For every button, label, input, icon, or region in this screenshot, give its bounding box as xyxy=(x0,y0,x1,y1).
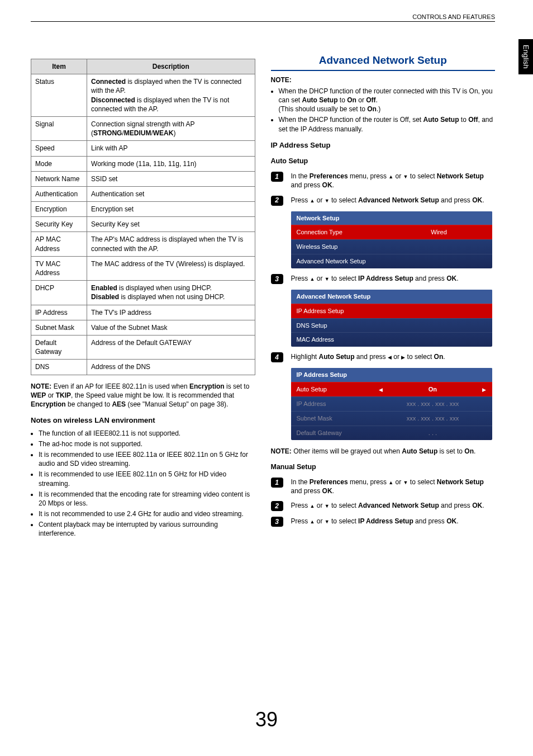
osd-row-disabled: Default Gateway. . . xyxy=(291,426,492,440)
section-title: Advanced Network Setup xyxy=(271,53,496,71)
step-badge-icon: 1 xyxy=(271,172,283,182)
osd-title: IP Address Setup xyxy=(291,368,492,382)
list-item: It is not recommended to use 2.4 GHz for… xyxy=(39,509,255,518)
arrow-down-icon xyxy=(325,196,330,204)
ip-address-setup-heading: IP Address Setup xyxy=(271,140,496,150)
osd-row-selected: Connection TypeWired xyxy=(291,225,492,239)
table-row: IP AddressThe TV's IP address xyxy=(31,305,255,320)
header-breadcrumb: CONTROLS AND FEATURES xyxy=(31,21,495,30)
list-item: It is recommended to use IEEE 802.11a or… xyxy=(39,450,255,468)
page-number: 39 xyxy=(0,706,533,734)
step-badge-icon: 3 xyxy=(271,517,283,527)
auto-setup-heading: Auto Setup xyxy=(271,157,496,166)
table-row: AP MAC AddressThe AP's MAC address is di… xyxy=(31,232,255,256)
table-row: DHCPEnabled is displayed when using DHCP… xyxy=(31,281,255,305)
arrow-up-icon xyxy=(388,172,393,180)
step-badge-icon: 1 xyxy=(271,478,283,488)
note-label: NOTE: xyxy=(271,75,496,84)
language-tab: English xyxy=(518,39,533,74)
table-row: Default GatewayAddress of the Default GA… xyxy=(31,335,255,359)
step-badge-icon: 2 xyxy=(271,196,283,206)
table-row: DNSAddress of the DNS xyxy=(31,360,255,375)
osd-ip-address-setup: IP Address Setup Auto Setup◀On▶ IP Addre… xyxy=(291,368,492,440)
step-badge-icon: 4 xyxy=(271,352,283,362)
table-row: StatusConnected is displayed when the TV… xyxy=(31,74,255,117)
osd-row-disabled: Subnet Maskxxx . xxx . xxx . xxx xyxy=(291,411,492,426)
note-list: When the DHCP function of the router con… xyxy=(271,87,496,134)
col-desc: Description xyxy=(87,59,255,74)
list-item: The function of all IEEE802.11 is not su… xyxy=(39,429,255,438)
step-4: 4 Highlight Auto Setup and press or to s… xyxy=(271,352,496,362)
table-row: Subnet MaskValue of the Subnet Mask xyxy=(31,320,255,335)
list-item: The ad-hoc mode is not supported. xyxy=(39,440,255,448)
osd-row: MAC Address xyxy=(291,332,492,347)
table-row: TV MAC AddressThe MAC address of the TV … xyxy=(31,256,255,280)
step-1: 1 In the Preferences menu, press or to s… xyxy=(271,172,496,190)
list-item: It is recommended that the encoding rate… xyxy=(39,490,255,508)
arrow-right-icon: ▶ xyxy=(482,386,486,393)
osd-title: Network Setup xyxy=(291,211,492,225)
auto-setup-note: NOTE: Other items will be grayed out whe… xyxy=(271,447,496,456)
table-row: SpeedLink with AP xyxy=(31,141,255,156)
osd-row-selected: IP Address Setup xyxy=(291,304,492,318)
arrow-up-icon xyxy=(388,478,393,486)
lan-notes-heading: Notes on wireless LAN environment xyxy=(31,415,255,426)
arrow-left-icon xyxy=(388,353,392,361)
table-row: SignalConnection signal strength with AP… xyxy=(31,116,255,140)
arrow-down-icon xyxy=(325,517,330,525)
arrow-down-icon xyxy=(325,502,330,509)
osd-row: Wireless Setup xyxy=(291,239,492,254)
table-row: Security KeySecurity Key set xyxy=(31,217,255,232)
right-column: Advanced Network Setup NOTE: When the DH… xyxy=(271,48,496,544)
left-column: Item Description StatusConnected is disp… xyxy=(31,48,255,544)
osd-row: Advanced Network Setup xyxy=(291,254,492,268)
step-2: 2 Press or to select Advanced Network Se… xyxy=(271,196,496,206)
step-3: 3 Press or to select IP Address Setup an… xyxy=(271,274,496,284)
list-item: When the DHCP function of the router is … xyxy=(279,115,496,133)
osd-advanced-network: Advanced Network Setup IP Address Setup … xyxy=(291,290,492,347)
osd-row-disabled: IP Addressxxx . xxx . xxx . xxx xyxy=(291,396,492,411)
manual-step-2: 2 Press or to select Advanced Network Se… xyxy=(271,501,496,511)
manual-setup-heading: Manual Setup xyxy=(271,462,496,472)
table-row: EncryptionEncryption set xyxy=(31,202,255,217)
table-row: Network NameSSID set xyxy=(31,171,255,186)
osd-network-setup: Network Setup Connection TypeWired Wirel… xyxy=(291,211,492,268)
table-row: ModeWorking mode (11a, 11b, 11g, 11n) xyxy=(31,156,255,171)
list-item: When the DHCP function of the router con… xyxy=(279,87,496,114)
arrow-down-icon xyxy=(325,275,330,282)
lan-notes-list: The function of all IEEE802.11 is not su… xyxy=(31,429,255,538)
manual-step-1: 1 In the Preferences menu, press or to s… xyxy=(271,478,496,495)
step-badge-icon: 2 xyxy=(271,501,283,511)
spec-table: Item Description StatusConnected is disp… xyxy=(31,59,255,375)
osd-row-selected: Auto Setup◀On▶ xyxy=(291,382,492,396)
encryption-note: NOTE: Even if an AP for IEEE 802.11n is … xyxy=(31,382,255,409)
list-item: It is recommended to use IEEE 802.11n on… xyxy=(39,470,255,488)
list-item: Content playback may be interrupted by v… xyxy=(39,520,255,538)
manual-step-3: 3 Press or to select IP Address Setup an… xyxy=(271,517,496,527)
arrow-left-icon: ◀ xyxy=(379,386,383,393)
col-item: Item xyxy=(31,59,87,74)
osd-title: Advanced Network Setup xyxy=(291,290,492,304)
table-row: AuthenticationAuthentication set xyxy=(31,186,255,201)
step-badge-icon: 3 xyxy=(271,274,283,284)
osd-row: DNS Setup xyxy=(291,318,492,333)
